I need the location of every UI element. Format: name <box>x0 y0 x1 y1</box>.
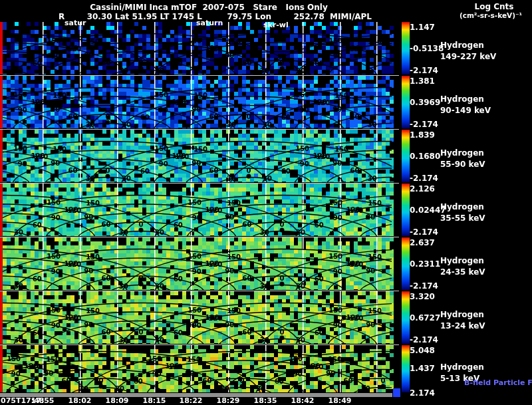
panel-species-label: Hydrogen <box>440 257 484 265</box>
colorbar-units-title: Log Cnts <box>459 3 529 11</box>
colorbar-units-formula: (cm²-sr-s-keV)⁻¹ <box>450 12 532 19</box>
colorbar-min-label: 2.174 <box>410 389 435 397</box>
panel-energy-label: 55-90 keV <box>440 160 485 168</box>
time-tick-label: 17:55 <box>24 397 61 404</box>
panel-energy-label: 35-55 keV <box>440 214 485 222</box>
annotation-skr-wl: skr-wl <box>263 21 289 29</box>
time-tick-label: 18:09 <box>98 397 136 404</box>
panel-species-label: Hydrogen <box>440 311 484 319</box>
colorbar-mid-label: -0.5138 <box>410 45 444 53</box>
time-tick-label: 18:15 <box>136 397 173 404</box>
colorbar-mid-label: 0.1680 <box>410 152 440 160</box>
spectrogram-page: Cassini/MIMI Inca mTOF 2007-075 Stare Io… <box>0 0 532 405</box>
colorbar-mid-label: 0.2311 <box>410 260 440 268</box>
panel-species-label: Hydrogen <box>440 149 484 157</box>
panel-energy-label: 90-149 keV <box>440 106 491 114</box>
colorbar-max-label: 2.126 <box>410 185 435 193</box>
colorbar-mid-label: 0.3969 <box>410 98 440 106</box>
time-tick-label: 18:02 <box>61 397 98 404</box>
colorbar-max-label: 2.637 <box>410 239 435 247</box>
panel-species-label: Hydrogen <box>440 41 484 49</box>
colorbar-min-label: -2.174 <box>410 336 438 344</box>
page-title: Cassini/MIMI Inca mTOF 2007-075 Stare Io… <box>0 3 418 11</box>
time-tick-label: 18:35 <box>247 397 284 404</box>
colorbar-min-label: -2.174 <box>410 282 438 290</box>
bfield-flow-note: B-field Particle Flow <box>464 379 532 386</box>
panel-energy-label: 149-227 keV <box>440 53 496 61</box>
time-tick-label: 18:29 <box>209 397 247 404</box>
time-tick-label: 18:22 <box>172 397 209 404</box>
panel-species-label: Hydrogen <box>440 95 484 103</box>
panel-species-label: Hydrogen <box>440 363 484 371</box>
colorbar-max-label: 5.048 <box>410 346 435 354</box>
colorbar-max-label: 1.839 <box>410 131 435 139</box>
colorbar-max-label: 1.381 <box>410 77 435 85</box>
panel-energy-label: 13-24 keV <box>440 322 485 330</box>
colorbar-min-label: -2.174 <box>410 120 438 128</box>
time-tick-label: 18:49 <box>321 397 358 404</box>
colorbar-mid-label: 0.6727 <box>410 314 440 322</box>
colorbar-mid-label: 1.437 <box>410 364 435 372</box>
panel-energy-label: 24-35 keV <box>440 268 485 276</box>
colorbar-max-label: 3.320 <box>410 293 435 301</box>
colorbar-min-label: -2.174 <box>410 67 438 74</box>
panel-species-label: Hydrogen <box>440 203 484 211</box>
colorbar-min-label: -2.174 <box>410 174 438 182</box>
annotation-saturn-short: satur <box>65 19 86 27</box>
colorbar-max-label: 1.147 <box>410 23 435 31</box>
time-tick-label: 18:42 <box>284 397 321 404</box>
colorbar-min-label: -2.174 <box>410 228 438 236</box>
annotation-saturn: saturn <box>196 19 223 27</box>
